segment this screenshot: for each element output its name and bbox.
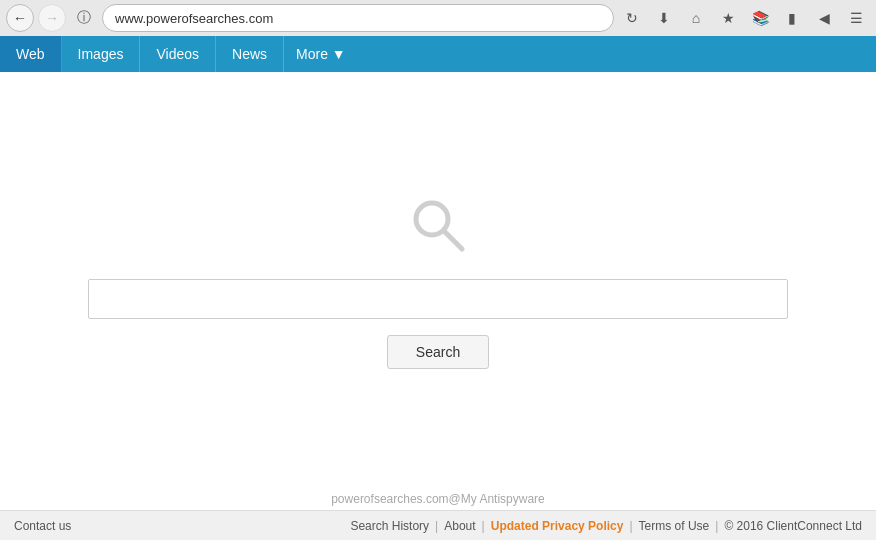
privacy-policy-link[interactable]: Updated Privacy Policy bbox=[491, 519, 624, 533]
search-icon-large bbox=[408, 195, 468, 255]
home-button[interactable]: ⌂ bbox=[682, 4, 710, 32]
menu-button[interactable]: ☰ bbox=[842, 4, 870, 32]
copyright-text: © 2016 ClientConnect Ltd bbox=[724, 519, 862, 533]
info-button[interactable]: ⓘ bbox=[70, 4, 98, 32]
sep1: | bbox=[435, 519, 438, 533]
svg-line-1 bbox=[444, 231, 462, 249]
about-link[interactable]: About bbox=[444, 519, 475, 533]
bookmark-button[interactable]: 📚 bbox=[746, 4, 774, 32]
sep4: | bbox=[715, 519, 718, 533]
sep2: | bbox=[482, 519, 485, 533]
back-button[interactable]: ← bbox=[6, 4, 34, 32]
page-wrapper: ← → ⓘ ↻ ⬇ ⌂ ★ 📚 ▮ ◀ ☰ Web Images Videos … bbox=[0, 0, 876, 540]
content-area: Search bbox=[0, 72, 876, 492]
footer-contact: Contact us bbox=[14, 519, 71, 533]
watermark: powerofsearches.com@My Antispyware bbox=[0, 492, 876, 510]
refresh-button[interactable]: ↻ bbox=[618, 4, 646, 32]
tab-images[interactable]: Images bbox=[62, 36, 141, 72]
star-button[interactable]: ★ bbox=[714, 4, 742, 32]
back2-button[interactable]: ◀ bbox=[810, 4, 838, 32]
more-menu[interactable]: More ▼ bbox=[284, 36, 358, 72]
forward-button[interactable]: → bbox=[38, 4, 66, 32]
shield-button[interactable]: ▮ bbox=[778, 4, 806, 32]
tab-web[interactable]: Web bbox=[0, 36, 62, 72]
tab-news[interactable]: News bbox=[216, 36, 284, 72]
search-toolbar: Web Images Videos News More ▼ bbox=[0, 36, 876, 72]
address-bar[interactable] bbox=[102, 4, 614, 32]
footer-links: Search History | About | Updated Privacy… bbox=[350, 519, 862, 533]
download-button[interactable]: ⬇ bbox=[650, 4, 678, 32]
nav-bar: ← → ⓘ ↻ ⬇ ⌂ ★ 📚 ▮ ◀ ☰ bbox=[0, 0, 876, 36]
terms-link[interactable]: Terms of Use bbox=[639, 519, 710, 533]
tab-videos[interactable]: Videos bbox=[140, 36, 216, 72]
search-input-wrapper bbox=[88, 279, 788, 319]
search-input[interactable] bbox=[88, 279, 788, 319]
search-button[interactable]: Search bbox=[387, 335, 489, 369]
search-history-link[interactable]: Search History bbox=[350, 519, 429, 533]
sep3: | bbox=[629, 519, 632, 533]
contact-link[interactable]: Contact us bbox=[14, 519, 71, 533]
footer: Contact us Search History | About | Upda… bbox=[0, 510, 876, 540]
